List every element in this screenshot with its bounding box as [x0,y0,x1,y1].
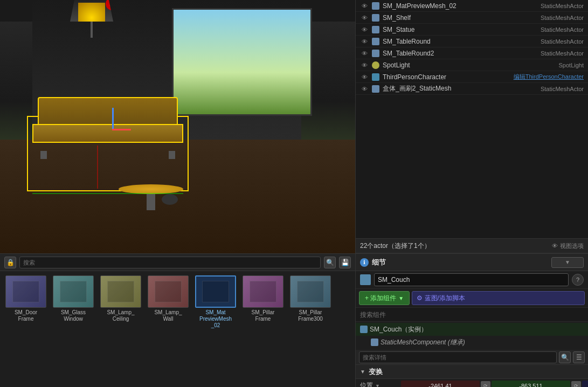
actor-row-sm-shelf[interactable]: 👁 SM_Shelf StaticMeshActor [356,12,588,24]
visibility-icon[interactable]: 👁 [360,73,369,81]
actor-type-sm-matpreview: StaticMeshActor [541,3,584,9]
cb-search-button[interactable]: 🔍 [324,257,336,268]
cb-toolbar: 🔒 🔍 💾 [0,254,355,271]
add-component-bar: + 添加组件 ▼ ⚙ 蓝图/添加脚本 [356,289,588,308]
search-details-icon[interactable]: 🔍 [559,351,571,363]
asset-sm-glass-window[interactable]: SM_GlassWindow [52,275,95,322]
blueprint-button[interactable]: ⚙ 蓝图/添加脚本 [412,291,585,305]
search-components-input[interactable] [360,311,584,319]
eye-icon: 👁 [552,243,558,249]
asset-thumb-sm-lamp-ceiling [100,275,141,308]
actor-name-sm-shelf: SM_Shelf [383,14,537,22]
pos-x-lock[interactable]: ⟳ [481,381,490,388]
visibility-icon[interactable]: 👁 [360,37,369,46]
asset-label-sm-pillar-frame: SM_PillarFrame [252,309,275,322]
right-panel: 👁 SM_MatPreviewMesh_02 StaticMeshActor 👁… [356,0,588,253]
details-properties-panel: ℹ 细节 ▼ ? + 添加组件 ▼ ⚙ 蓝图/添加脚本 [356,254,588,387]
asset-thumb-sm-glass-window [53,275,94,308]
comp-item-static-mesh[interactable]: StaticMeshComponent (继承) [356,336,588,349]
couch-leg-right [169,151,175,159]
content-browser: 🔒 🔍 💾 SM_DoorFrame SM_GlassWindow [0,254,356,387]
asset-grid: SM_DoorFrame SM_GlassWindow SM_Lamp_Ceil… [0,271,355,387]
visibility-icon[interactable]: 👁 [360,2,369,10]
visibility-icon[interactable]: 👁 [360,25,369,34]
asset-sm-door-frame[interactable]: SM_DoorFrame [4,275,47,322]
actor-mesh-icon [372,85,379,93]
actor-count-text: 22个actor（选择了1个） [360,241,548,251]
actor-type-sm-tableround2: StaticMeshActor [541,50,584,57]
asset-label-sm-glass-window: SM_GlassWindow [61,309,86,322]
comp-static-mesh-label: StaticMeshComponent (继承) [381,338,465,347]
actor-name-thirdperson: ThirdPersonCharacter [383,73,510,81]
cb-lock-button[interactable]: 🔒 [4,257,16,268]
grid-line-v [97,146,98,189]
position-label-text: 位置 [360,381,373,387]
actor-type-sm-statue: StaticMeshActor [541,26,584,33]
gizmo-y-axis [112,108,114,129]
grid-line-h [32,193,183,194]
details-options-btn[interactable]: ▼ [551,257,584,268]
search-details-input[interactable] [359,351,557,363]
viewport-window [172,8,312,116]
position-y-input[interactable] [492,381,570,388]
actor-type-sm-tableround: StaticMeshActor [541,38,584,45]
transform-section-header[interactable]: ▼ 变换 [356,365,588,379]
actor-type-box-brush: StaticMeshActor [541,86,584,92]
asset-thumb-sm-door-frame [5,275,46,308]
actor-name-spotlight: SpotLight [383,61,556,69]
bottom-area: 🔒 🔍 💾 SM_DoorFrame SM_GlassWindow [0,253,588,387]
actor-row-sm-tableround[interactable]: 👁 SM_TableRound StaticMeshActor [356,36,588,47]
actor-type-thirdperson-link[interactable]: 编辑ThirdPersonCharacter [514,73,584,81]
asset-sm-lamp-ceiling[interactable]: SM_Lamp_Ceiling [99,275,142,322]
details-view-options[interactable]: ☰ [573,351,585,363]
actor-row-thirdperson[interactable]: 👁 ThirdPersonCharacter 编辑ThirdPersonChar… [356,71,588,83]
view-options-button[interactable]: 👁 视图选项 [552,242,584,250]
object-name-input[interactable] [374,273,569,286]
lamp-glow [78,3,105,22]
actor-name-sm-tableround2: SM_TableRound2 [383,50,537,57]
details-title: 细节 [372,258,386,267]
position-z-input[interactable] [582,381,588,388]
visibility-icon[interactable]: 👁 [360,49,369,58]
asset-label-sm-pillar-frame300: SM_PillarFrame300 [298,309,323,322]
visibility-icon[interactable]: 👁 [360,13,369,22]
details-header: ℹ 细节 ▼ [356,254,588,271]
actor-row-sm-statue[interactable]: 👁 SM_Statue StaticMeshActor [356,24,588,36]
table-base [147,194,155,210]
asset-sm-pillar-frame300[interactable]: SM_PillarFrame300 [289,275,332,322]
actor-list[interactable]: 👁 SM_MatPreviewMesh_02 StaticMeshActor 👁… [356,0,588,238]
cb-search-input[interactable] [19,257,321,268]
blueprint-label: ⚙ 蓝图/添加脚本 [417,294,465,303]
viewport[interactable]: ✕ [0,0,356,253]
asset-thumb-sm-lamp-wall [148,275,189,308]
view-label: 视图选项 [560,242,584,250]
actor-row-box-brush[interactable]: 👁 盒体_画刷2_StaticMesh StaticMeshActor [356,83,588,95]
asset-sm-mat-preview[interactable]: SM_MatPreviewMesh_02 [194,275,237,329]
actor-name-sm-tableround: SM_TableRound [383,38,537,45]
transform-section-title: 变换 [369,367,383,377]
search-components-bar [356,308,588,322]
actor-name-sm-statue: SM_Statue [383,26,537,33]
actor-row-sm-tableround2[interactable]: 👁 SM_TableRound2 StaticMeshActor [356,47,588,59]
floor-object [162,194,178,205]
visibility-icon[interactable]: 👁 [360,85,369,93]
floor-object-shape [162,194,178,205]
search-details-bar: 🔍 ☰ [356,350,588,365]
position-label: 位置 ▼ [356,381,399,387]
comp-item-instance[interactable]: SM_Couch（实例） [356,323,588,336]
actor-mesh-icon [372,2,379,10]
help-button[interactable]: ? [572,274,584,286]
asset-sm-pillar-frame[interactable]: SM_PillarFrame [241,275,285,322]
actor-row-spotlight[interactable]: 👁 SpotLight SpotLight [356,59,588,71]
cb-save-button[interactable]: 💾 [339,257,351,268]
asset-sm-lamp-wall[interactable]: SM_Lamp_Wall [147,275,190,322]
asset-thumb-sm-pillar-frame300 [290,275,331,308]
position-row: 位置 ▼ ⟳ ⟳ ⟳ ▼ [356,379,588,387]
actor-row-sm-matpreview[interactable]: 👁 SM_MatPreviewMesh_02 StaticMeshActor [356,0,588,12]
visibility-icon[interactable]: 👁 [360,61,369,70]
comp-mesh-icon [371,338,378,346]
position-x-input[interactable] [401,381,480,388]
pos-y-lock[interactable]: ⟳ [571,381,581,388]
add-component-button[interactable]: + 添加组件 ▼ [359,291,410,305]
actor-name-box-brush: 盒体_画刷2_StaticMesh [383,84,537,93]
